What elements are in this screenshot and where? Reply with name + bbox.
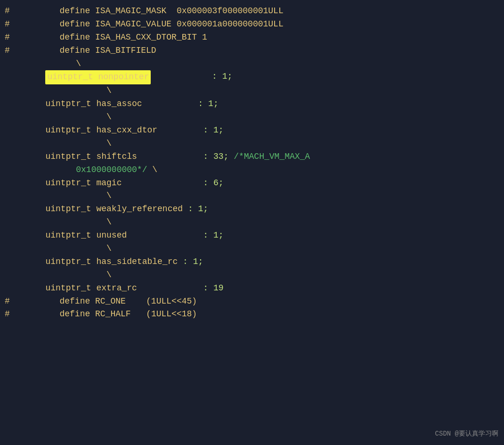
line-nonpointer: uintptr_t nonpointer : 1; xyxy=(0,70,504,84)
type-extra-rc: uintptr_t extra_rc xyxy=(45,282,137,295)
define-keyword-2: define xyxy=(59,18,90,31)
indent-shiftcls xyxy=(5,150,45,164)
space-colon-magic xyxy=(122,177,203,190)
macro-isa-bitfield: ISA_BITFIELD xyxy=(95,44,156,58)
line-isa-bitfield: # define ISA_BITFIELD xyxy=(0,44,504,58)
shiftcls-comment: /*MACH_VM_MAX_A xyxy=(234,150,310,164)
space-colon-weakly xyxy=(183,203,188,216)
macro-isa-magic-value: ISA_MAGIC_VALUE xyxy=(95,18,171,31)
extra-rc-value: : 19 xyxy=(203,282,223,295)
type-nonpointer: uintptr_t nonpointer xyxy=(47,72,149,82)
space xyxy=(90,5,95,18)
space-colon-cxx xyxy=(157,124,203,137)
has-assoc-value: : 1; xyxy=(198,98,218,111)
rc-half-value: (1ULL<<18) xyxy=(131,308,197,321)
space-colon-unused xyxy=(127,229,203,242)
unused-value: : 1; xyxy=(203,229,223,242)
space-colon-extra xyxy=(137,282,203,295)
line-rc-one: # define RC_ONE (1ULL<<45) xyxy=(0,295,504,308)
space xyxy=(90,18,95,31)
indent-extra-rc xyxy=(5,282,45,295)
indent-cont-1 xyxy=(5,58,76,71)
backslash-8: \ xyxy=(106,242,112,255)
line-continuation-7: \ xyxy=(0,216,504,229)
hash-symbol-2: # xyxy=(5,18,19,31)
indent-cont-9 xyxy=(5,269,106,282)
indent-rc-one xyxy=(19,295,59,308)
hash-rc-one: # xyxy=(5,295,19,308)
code-block: # define ISA_MAGIC_MASK 0x000003f0000000… xyxy=(0,0,504,326)
rc-one-value: (1ULL<<45) xyxy=(126,295,197,308)
indent-space xyxy=(19,5,59,18)
macro-isa-magic-mask: ISA_MAGIC_MASK xyxy=(95,5,166,18)
macro-cxx-value: 1 xyxy=(197,31,207,44)
space-colon-assoc xyxy=(142,98,198,111)
indent-cont-3 xyxy=(5,111,106,124)
weakly-referenced-value: : 1; xyxy=(188,203,208,216)
hash-symbol-4: # xyxy=(5,44,19,58)
indent-space xyxy=(19,44,59,58)
macro-value-val: 0x000001a000000001ULL xyxy=(171,18,284,31)
line-shiftcls-comment2: 0x1000000000*/ \ xyxy=(0,164,504,177)
line-isa-magic-mask: # define ISA_MAGIC_MASK 0x000003f0000000… xyxy=(0,5,504,18)
space xyxy=(90,44,95,58)
indent-space xyxy=(19,31,59,44)
backslash-3: \ xyxy=(106,111,112,124)
indent-has-assoc xyxy=(5,98,45,111)
line-continuation-4: \ xyxy=(0,137,504,150)
space-bs xyxy=(147,164,152,177)
backslash-2: \ xyxy=(106,84,112,98)
space-colon-sidetable xyxy=(178,255,183,269)
line-continuation-3: \ xyxy=(0,111,504,124)
indent-cont-2 xyxy=(5,84,106,98)
hash-symbol-3: # xyxy=(5,31,19,44)
indent-weakly xyxy=(5,203,45,216)
line-has-sidetable-rc: uintptr_t has_sidetable_rc : 1; xyxy=(0,255,504,269)
type-unused: uintptr_t unused xyxy=(45,229,127,242)
indent-cont-8 xyxy=(5,242,106,255)
backslash-6: \ xyxy=(106,190,112,203)
line-unused: uintptr_t unused : 1; xyxy=(0,229,504,242)
backslash-9: \ xyxy=(106,269,112,282)
line-continuation-1: \ xyxy=(0,58,504,71)
space xyxy=(90,31,95,44)
indent-cont-6 xyxy=(5,190,106,203)
line-has-assoc: uintptr_t has_assoc : 1; xyxy=(0,98,504,111)
line-continuation-6: \ xyxy=(0,190,504,203)
space-colon-shift xyxy=(137,150,203,164)
has-cxx-dtor-value: : 1; xyxy=(203,124,223,137)
backslash-4: \ xyxy=(106,137,112,150)
backslash-5: \ xyxy=(152,164,157,177)
line-magic: uintptr_t magic : 6; xyxy=(0,177,504,190)
hash-symbol: # xyxy=(5,5,19,18)
type-magic: uintptr_t magic xyxy=(45,177,122,190)
indent-cont-4 xyxy=(5,137,106,150)
indent-magic xyxy=(5,177,45,190)
define-keyword-3: define xyxy=(59,31,90,44)
backslash-7: \ xyxy=(106,216,112,229)
define-rc-one: define xyxy=(59,295,90,308)
line-has-cxx-dtor: uintptr_t has_cxx_dtor : 1; xyxy=(0,124,504,137)
line-continuation-9: \ xyxy=(0,269,504,282)
line-shiftcls: uintptr_t shiftcls : 33; /*MACH_VM_MAX_A xyxy=(0,150,504,164)
space-rc-half xyxy=(90,308,95,321)
hash-rc-half: # xyxy=(5,308,19,321)
nonpointer-value: : 1; xyxy=(212,70,232,84)
indent-sidetable xyxy=(5,255,45,269)
define-rc-half: define xyxy=(59,308,90,321)
nonpointer-highlight: uintptr_t nonpointer xyxy=(45,70,151,84)
line-weakly-referenced: uintptr_t weakly_referenced : 1; xyxy=(0,203,504,216)
line-continuation-8: \ xyxy=(0,242,504,255)
define-keyword-4: define xyxy=(59,44,90,58)
type-has-assoc: uintptr_t has_assoc xyxy=(45,98,142,111)
indent-comment2 xyxy=(5,164,76,177)
indent-nonpointer xyxy=(5,70,45,84)
indent-space xyxy=(19,18,59,31)
space-rc-one xyxy=(90,295,95,308)
watermark: CSDN @要认真学习啊 xyxy=(435,429,498,439)
indent-cont-7 xyxy=(5,216,106,229)
indent-unused xyxy=(5,229,45,242)
type-shiftcls: uintptr_t shiftcls xyxy=(45,150,137,164)
space-comment xyxy=(228,150,234,164)
macro-mask-value: 0x000003f000000001ULL xyxy=(166,5,283,18)
